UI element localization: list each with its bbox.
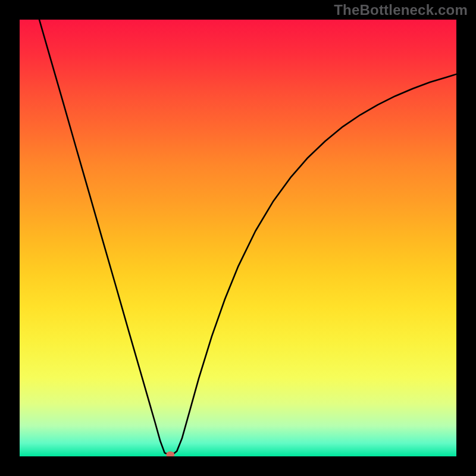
minimum-marker-dot [166,452,174,456]
chart-frame: TheBottleneck.com [0,0,476,476]
bottleneck-curve [39,20,456,455]
plot-svg [20,20,456,456]
plot-area [20,20,456,456]
watermark-text: TheBottleneck.com [334,2,468,18]
